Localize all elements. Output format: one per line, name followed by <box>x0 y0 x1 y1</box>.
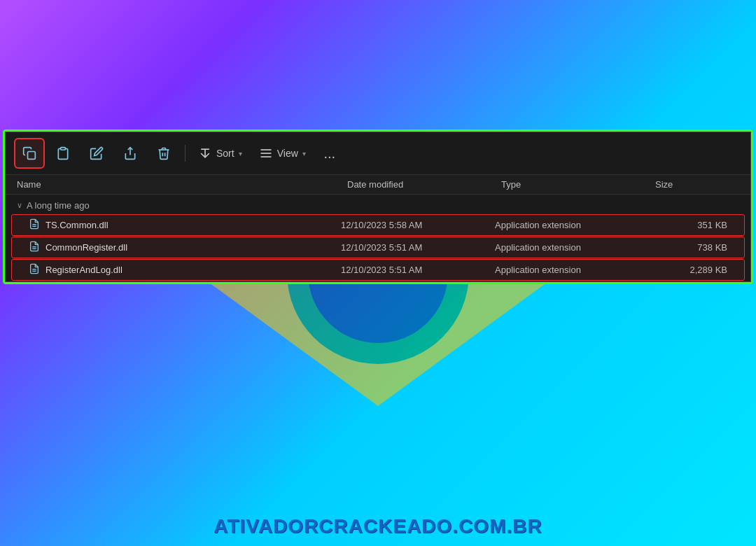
view-icon <box>259 146 273 160</box>
share-icon <box>123 146 137 160</box>
file-rows-container: TS.Common.dll 12/10/2023 5:58 AM Applica… <box>6 214 750 281</box>
file-date: 12/10/2023 5:51 AM <box>341 242 495 253</box>
file-size: 351 KB <box>649 220 733 230</box>
sort-icon <box>198 146 212 160</box>
file-icon <box>29 218 40 232</box>
svg-rect-1 <box>61 148 66 150</box>
file-name-cell: TS.Common.dll <box>29 218 341 232</box>
col-date[interactable]: Date modified <box>347 179 501 190</box>
share-button[interactable] <box>115 138 146 169</box>
view-chevron: ▾ <box>302 150 306 158</box>
file-explorer-panel: Sort ▾ View ▾ ... <box>0 130 756 284</box>
rename-icon <box>90 146 104 160</box>
file-type: Application extension <box>495 265 649 275</box>
sort-chevron: ▾ <box>239 150 242 158</box>
paste-button[interactable] <box>48 138 78 169</box>
toolbar-separator <box>185 145 186 162</box>
file-name-cell: CommonRegister.dll <box>29 241 341 254</box>
view-button[interactable]: View ▾ <box>252 142 313 164</box>
sort-label: Sort <box>216 148 234 159</box>
svg-rect-0 <box>28 152 36 160</box>
file-icon <box>29 241 40 254</box>
file-list: ∨ A long time ago TS.Common.dll 12/10/20… <box>6 195 750 281</box>
delete-button[interactable] <box>148 138 179 169</box>
file-row[interactable]: CommonRegister.dll 12/10/2023 5:51 AM Ap… <box>11 237 745 258</box>
col-name[interactable]: Name <box>17 179 347 190</box>
view-label: View <box>277 148 298 159</box>
more-options-button[interactable]: ... <box>316 139 344 167</box>
file-date: 12/10/2023 5:51 AM <box>341 265 495 275</box>
panel-border: Sort ▾ View ▾ ... <box>3 130 753 284</box>
file-row[interactable]: TS.Common.dll 12/10/2023 5:58 AM Applica… <box>11 214 745 236</box>
file-name: TS.Common.dll <box>46 220 108 230</box>
panel-content: Sort ▾ View ▾ ... <box>5 132 751 282</box>
file-icon <box>29 263 40 276</box>
col-type[interactable]: Type <box>501 179 655 190</box>
group-label: A long time ago <box>27 200 90 211</box>
delete-icon <box>157 146 171 160</box>
copy-icon <box>22 146 36 160</box>
file-name: RegisterAndLog.dll <box>46 265 122 275</box>
group-chevron-icon: ∨ <box>17 201 22 210</box>
file-size: 2,289 KB <box>649 265 733 275</box>
file-size: 738 KB <box>649 242 733 253</box>
toolbar: Sort ▾ View ▾ ... <box>6 132 750 175</box>
group-header: ∨ A long time ago <box>6 195 750 214</box>
file-row[interactable]: RegisterAndLog.dll 12/10/2023 5:51 AM Ap… <box>11 259 745 281</box>
file-type: Application extension <box>495 242 649 253</box>
rename-button[interactable] <box>81 138 112 169</box>
file-type: Application extension <box>495 220 649 230</box>
paste-icon <box>56 146 70 160</box>
file-name-cell: RegisterAndLog.dll <box>29 263 341 276</box>
watermark: ATIVADORCRACKEADO.COM.BR <box>0 515 756 538</box>
watermark-text: ATIVADORCRACKEADO.COM.BR <box>214 515 542 537</box>
more-icon: ... <box>323 146 335 162</box>
col-size[interactable]: Size <box>655 179 739 190</box>
copy-button[interactable] <box>14 138 45 169</box>
column-headers: Name Date modified Type Size <box>6 175 750 195</box>
file-name: CommonRegister.dll <box>46 242 127 253</box>
sort-button[interactable]: Sort ▾ <box>191 142 249 164</box>
file-date: 12/10/2023 5:58 AM <box>341 220 495 230</box>
